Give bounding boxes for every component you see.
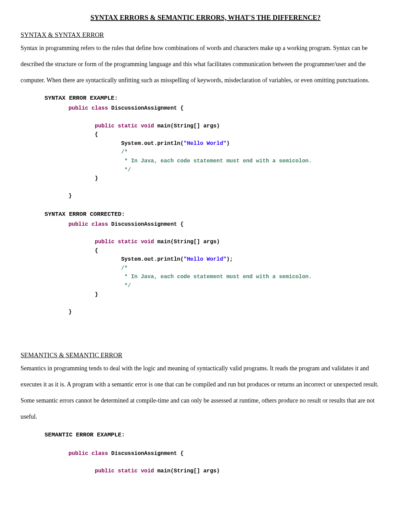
cmt-close: */ xyxy=(121,167,131,173)
kw-public: public xyxy=(68,221,88,227)
brace-open: { xyxy=(95,132,98,138)
cls-name: DiscussionAssignment { xyxy=(111,221,184,227)
println-close: ); xyxy=(226,256,233,262)
kw-class: class xyxy=(91,450,108,457)
cmt-body: * In Java, each code statement must end … xyxy=(121,158,312,164)
brace-open: { xyxy=(95,248,98,254)
main-sig2: args) xyxy=(203,468,220,474)
kw-public: public xyxy=(95,239,115,245)
main-sig1: main(String[] xyxy=(157,123,200,129)
section2-body: Semantics in programming tends to deal w… xyxy=(21,360,390,424)
kw-class: class xyxy=(91,221,108,227)
println-part1: System.out.println( xyxy=(121,256,184,262)
brace-close: } xyxy=(95,175,98,182)
kw-static: static xyxy=(118,468,138,474)
section1-body: Syntax in programming refers to the rule… xyxy=(21,40,390,88)
brace-close2: } xyxy=(68,193,72,199)
main-sig1: main(String[] xyxy=(157,239,200,245)
cls-name: DiscussionAssignment { xyxy=(111,105,184,111)
page-title: SYNTAX ERRORS & SEMANTIC ERRORS, WHAT'S … xyxy=(21,14,390,22)
kw-public: public xyxy=(95,468,115,474)
code2-block: public class DiscussionAssignment { publ… xyxy=(68,220,390,317)
kw-static: static xyxy=(118,123,138,129)
kw-void: void xyxy=(141,239,154,245)
section1-heading: SYNTAX & SYNTAX ERROR xyxy=(21,31,390,39)
kw-public: public xyxy=(68,105,88,111)
code1-block: public class DiscussionAssignment { publ… xyxy=(68,104,390,201)
kw-void: void xyxy=(141,468,154,474)
section2-heading: SEMANTICS & SEMANTIC ERROR xyxy=(21,351,390,359)
brace-close: } xyxy=(95,292,98,298)
kw-static: static xyxy=(118,239,138,245)
cls-name: DiscussionAssignment { xyxy=(111,450,184,457)
cmt-close: */ xyxy=(121,283,131,289)
kw-void: void xyxy=(141,123,154,129)
kw-public: public xyxy=(68,450,88,457)
main-sig1: main(String[] xyxy=(157,468,200,474)
str-hello: "Hello World" xyxy=(184,256,226,262)
cmt-open: /* xyxy=(121,149,128,155)
println-close: ) xyxy=(226,140,230,147)
main-sig2: args) xyxy=(203,123,220,129)
str-hello: "Hello World" xyxy=(184,140,226,147)
code1-heading: SYNTAX ERROR EXAMPLE: xyxy=(45,95,390,101)
kw-class: class xyxy=(91,105,108,111)
code3-heading: SEMANTIC ERROR EXAMPLE: xyxy=(45,432,390,438)
println-part1: System.out.println( xyxy=(121,140,184,147)
code2-heading: SYNTAX ERROR CORRECTED: xyxy=(45,211,390,218)
code3-block: public class DiscussionAssignment { publ… xyxy=(68,441,390,476)
cmt-open: /* xyxy=(121,265,128,271)
kw-public: public xyxy=(95,123,115,129)
brace-close2: } xyxy=(68,309,72,315)
main-sig2: args) xyxy=(203,239,220,245)
cmt-body: * In Java, each code statement must end … xyxy=(121,274,312,280)
